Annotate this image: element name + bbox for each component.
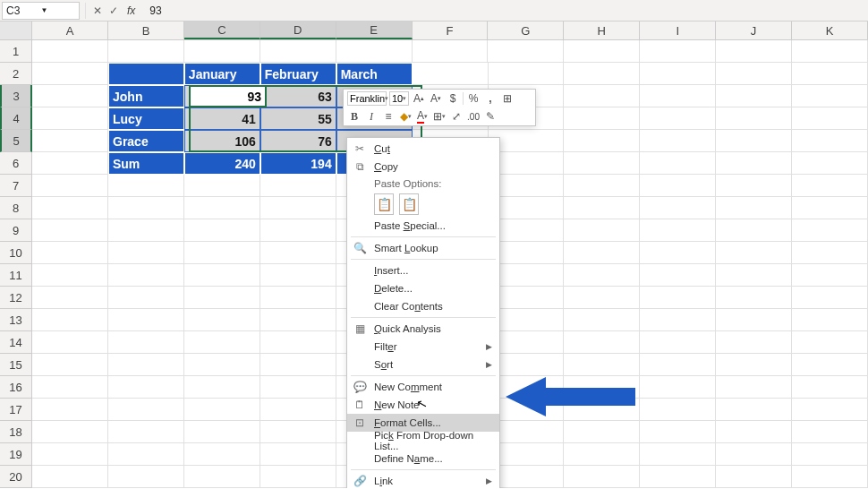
ctx-paste-special[interactable]: Paste Special... [347, 217, 499, 235]
row-header[interactable]: 11 [0, 264, 32, 287]
table-header[interactable]: March [336, 63, 413, 85]
col-header-B[interactable]: B [108, 21, 184, 39]
chevron-down-icon[interactable]: ▼ [41, 6, 76, 14]
sum-cell[interactable]: 240 [184, 152, 260, 175]
row-header[interactable]: 4 [0, 107, 32, 130]
ctx-copy[interactable]: ⧉Copy [347, 158, 499, 176]
table-cell[interactable]: 93 [184, 85, 260, 107]
chevron-right-icon: ▶ [486, 360, 492, 369]
row-header[interactable]: 9 [0, 219, 32, 242]
row-header[interactable]: 10 [0, 242, 32, 264]
decrease-font-icon[interactable]: A▾ [429, 91, 443, 106]
table-header[interactable]: February [260, 63, 336, 85]
chevron-right-icon: ▶ [486, 342, 492, 351]
merge-icon[interactable]: ⤢ [449, 109, 464, 124]
mini-toolbar: Franklin▾ 10▾ A▴ A▾ $ % , ⊞ B I ≡ ◆▾ A▾ … [343, 89, 536, 126]
font-color-icon[interactable]: A▾ [415, 109, 430, 124]
align-icon[interactable]: ≡ [381, 109, 396, 124]
row-header[interactable]: 1 [0, 40, 32, 63]
ctx-cut[interactable]: ✂Cut [347, 140, 499, 158]
comma-icon[interactable]: , [483, 91, 498, 106]
table-cell[interactable]: 63 [260, 85, 336, 107]
percent-icon[interactable]: % [466, 91, 481, 106]
formula-bar-value[interactable]: 93 [140, 4, 161, 17]
col-header-E[interactable]: E [336, 21, 413, 39]
row-header[interactable]: 8 [0, 197, 32, 219]
table-cell[interactable]: 76 [260, 130, 336, 152]
row-header[interactable]: 6 [0, 152, 32, 175]
paste-option-btn[interactable]: 📋 [399, 193, 419, 215]
paste-option-btn[interactable]: 📋 [374, 193, 394, 215]
row-header[interactable]: 5 [0, 130, 32, 152]
col-header-D[interactable]: D [260, 21, 336, 39]
table-cell[interactable]: 106 [184, 130, 260, 152]
cancel-icon[interactable]: ✕ [89, 4, 106, 17]
col-header-F[interactable]: F [413, 21, 489, 39]
col-header-H[interactable]: H [564, 21, 640, 39]
format-cells-icon: ⊡ [353, 416, 367, 429]
ctx-delete[interactable]: Delete... [347, 279, 499, 297]
ctx-new-note[interactable]: 🗒New Note [347, 396, 499, 414]
fx-icon[interactable]: fx [127, 4, 135, 17]
row-header[interactable]: 12 [0, 287, 32, 309]
quick-analysis-icon: ▦ [353, 322, 367, 335]
col-header-I[interactable]: I [640, 21, 716, 39]
currency-icon[interactable]: $ [446, 91, 460, 106]
row-header[interactable]: 15 [0, 354, 32, 376]
accept-icon[interactable]: ✓ [106, 4, 122, 17]
font-size-selector[interactable]: 10▾ [389, 91, 409, 106]
sum-label[interactable]: Sum [108, 152, 184, 175]
ctx-format-cells[interactable]: ⊡Format Cells... [347, 414, 499, 432]
ctx-define-name[interactable]: Define Name... [347, 450, 499, 468]
name-box[interactable]: C3 ▼ [2, 2, 80, 20]
name-box-value: C3 [6, 4, 41, 17]
table-cell[interactable]: 55 [260, 107, 336, 130]
col-header-K[interactable]: K [792, 21, 868, 39]
col-header-A[interactable]: A [32, 21, 108, 39]
col-header-G[interactable]: G [488, 21, 564, 39]
format-painter-icon[interactable]: ✎ [483, 109, 498, 124]
row-header[interactable]: 14 [0, 331, 32, 354]
table-cell[interactable]: 41 [184, 107, 260, 130]
ctx-new-comment[interactable]: 💬New Comment [347, 378, 499, 396]
ctx-smart-lookup[interactable]: 🔍Smart Lookup [347, 239, 499, 257]
separator [351, 236, 496, 237]
row-header[interactable]: 13 [0, 309, 32, 331]
ctx-pick-from-list[interactable]: Pick From Drop-down List... [347, 432, 499, 450]
font-selector[interactable]: Franklin▾ [347, 91, 387, 106]
italic-icon[interactable]: I [364, 109, 379, 124]
increase-font-icon[interactable]: A▴ [412, 91, 426, 106]
decimal-icon[interactable]: .00 [466, 109, 481, 124]
fill-color-icon[interactable]: ◆▾ [398, 109, 413, 124]
row-name[interactable]: John [108, 85, 184, 107]
row-header[interactable]: 16 [0, 376, 32, 399]
ctx-paste-header: Paste Options: [347, 176, 499, 192]
col-header-C[interactable]: C [184, 21, 260, 39]
row-header[interactable]: 20 [0, 466, 32, 488]
row-name[interactable]: Grace [108, 130, 184, 152]
col-header-J[interactable]: J [716, 21, 792, 39]
bold-icon[interactable]: B [347, 109, 362, 124]
select-all-corner[interactable] [0, 21, 32, 39]
row-header[interactable]: 19 [0, 443, 32, 466]
row-header[interactable]: 7 [0, 175, 32, 197]
separator [351, 259, 496, 260]
chevron-right-icon: ▶ [486, 476, 492, 485]
row-header[interactable]: 3 [0, 85, 32, 107]
row-name[interactable]: Lucy [108, 107, 184, 130]
ctx-quick-analysis[interactable]: ▦Quick Analysis [347, 320, 499, 338]
ctx-insert[interactable]: Insert... [347, 262, 499, 279]
grid[interactable]: 1 2 January February March 3 John 93 63 … [0, 40, 868, 488]
ctx-link[interactable]: 🔗Link▶ [347, 472, 499, 488]
sum-cell[interactable]: 194 [260, 152, 336, 175]
ctx-clear-contents[interactable]: Clear Contents [347, 297, 499, 315]
table-icon[interactable]: ⊞ [500, 91, 515, 106]
row-header[interactable]: 17 [0, 399, 32, 421]
table-header[interactable]: January [184, 63, 260, 85]
table-cell[interactable] [108, 63, 184, 85]
row-header[interactable]: 2 [0, 63, 32, 85]
ctx-filter[interactable]: Filter▶ [347, 338, 499, 356]
border-icon[interactable]: ⊞▾ [432, 109, 447, 124]
ctx-sort[interactable]: Sort▶ [347, 356, 499, 373]
row-header[interactable]: 18 [0, 421, 32, 443]
